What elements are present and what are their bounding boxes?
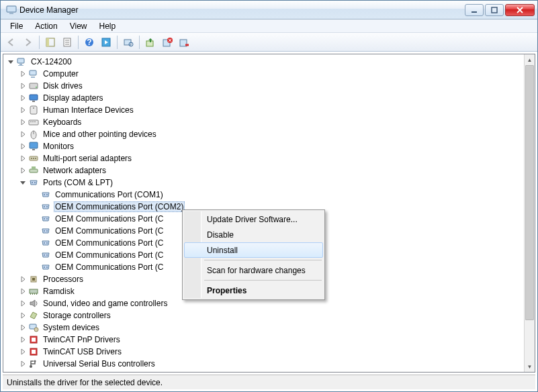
context-separator [204,280,322,281]
tree-item[interactable]: Communications Port (COM1) [5,189,523,201]
expand-icon[interactable] [18,335,28,344]
help-button[interactable]: ? [81,34,97,50]
mouse-icon [28,129,39,140]
scroll-up-icon[interactable]: ▲ [525,54,535,65]
context-disable[interactable]: Disable [184,227,323,242]
display-icon [28,93,39,103]
scroll-down-icon[interactable]: ▼ [525,361,535,372]
svg-point-48 [44,206,45,207]
svg-point-44 [32,182,33,183]
spacer [30,226,40,236]
tree-item[interactable]: Universal Serial Bus controllers [5,358,523,370]
svg-point-74 [34,360,36,362]
tree-item[interactable]: Network adapters [5,164,523,177]
menu-view[interactable]: View [64,20,93,32]
svg-rect-31 [30,121,32,122]
expand-icon[interactable] [18,130,28,139]
collapse-icon[interactable] [18,178,28,187]
collapse-icon[interactable] [6,57,15,66]
svg-rect-21 [18,65,24,66]
tree-item[interactable]: Disk drives [5,80,523,92]
expand-icon[interactable] [18,287,28,296]
menu-help[interactable]: Help [94,20,122,32]
action-button[interactable] [98,34,114,50]
svg-rect-26 [30,95,38,100]
expand-icon[interactable] [18,154,28,163]
context-properties[interactable]: Properties [184,283,323,298]
tree-item[interactable]: CX-124200 [5,56,523,68]
svg-rect-3 [492,7,497,13]
port-icon [40,201,51,212]
tree-item[interactable]: Computer [5,68,523,80]
expand-icon[interactable] [18,323,28,332]
tree-item[interactable]: TwinCAT PnP Drivers [5,334,523,346]
svg-rect-27 [32,101,35,102]
svg-rect-22 [30,70,36,75]
ram-icon [28,286,39,297]
tree-item-label: Human Interface Devices [42,105,135,115]
expand-icon[interactable] [18,117,28,127]
tree-item[interactable]: Multi-port serial adapters [5,152,523,164]
context-scan-for-hardware-changes[interactable]: Scan for hardware changes [184,262,323,278]
expand-icon[interactable] [18,69,28,79]
spacer [30,202,40,211]
forward-button[interactable] [20,34,36,50]
svg-point-47 [46,194,48,195]
tree-item-label: Sound, video and game controllers [42,298,169,309]
tree-item-label: Keyboards [42,117,83,128]
tree-item[interactable]: Ports (COM & LPT) [5,177,523,189]
tree-item[interactable]: System devices [5,322,523,334]
update-driver-button[interactable] [142,34,159,50]
svg-point-46 [44,194,45,195]
svg-rect-66 [36,293,37,295]
expand-icon[interactable] [18,81,28,91]
expand-icon[interactable] [18,311,28,320]
tree-item-label: OEM Communications Port (COM2) [54,201,185,212]
scroll-thumb[interactable] [525,65,534,320]
system-icon [28,322,39,333]
toolbar: ? [1,33,537,52]
svg-rect-0 [7,6,16,12]
expand-icon[interactable] [18,299,28,308]
expand-icon[interactable] [18,105,28,115]
context-uninstall[interactable]: Uninstall [184,242,323,258]
expand-icon[interactable] [18,275,28,284]
tree-item[interactable]: Monitors [5,140,523,152]
scan-hardware-button[interactable] [120,34,136,50]
expand-icon[interactable] [18,347,28,356]
vertical-scrollbar[interactable]: ▲ ▼ [524,54,535,372]
tree-item[interactable]: Keyboards [5,116,523,128]
minimize-button[interactable] [465,4,484,16]
tree-item[interactable]: Human Interface Devices [5,104,523,116]
storage-icon [28,310,39,321]
port-icon [40,226,51,236]
expand-icon[interactable] [18,142,28,151]
svg-rect-30 [29,120,38,125]
disable-button[interactable] [176,34,192,50]
svg-rect-37 [32,149,35,150]
uninstall-button[interactable] [159,34,175,50]
computer-icon [28,68,39,79]
expand-icon[interactable] [18,93,28,103]
menu-file[interactable]: File [5,20,28,32]
menu-action[interactable]: Action [30,20,62,32]
back-button[interactable] [3,34,19,50]
tree-item[interactable]: Display adapters [5,92,523,104]
close-button[interactable] [505,4,535,16]
tree-item-label: Multi-port serial adapters [42,153,133,164]
expand-icon[interactable] [18,166,28,175]
maximize-button[interactable] [485,4,504,16]
tree-item-label: Communications Port (COM1) [54,189,165,200]
tree-item[interactable]: Storage controllers [5,309,523,322]
titlebar[interactable]: Device Manager [1,1,537,19]
window-buttons [465,4,535,16]
tree-item[interactable]: TwinCAT USB Drivers [5,346,523,358]
device-manager-window: Device Manager File Action View Help ? C… [0,0,538,392]
properties-button[interactable] [59,34,75,50]
context-update-driver-software[interactable]: Update Driver Software... [184,211,323,227]
tree-item[interactable]: Mice and other pointing devices [5,128,523,140]
expand-icon[interactable] [18,359,28,369]
twincat-icon [28,346,39,357]
show-hide-console-tree-button[interactable] [42,34,58,50]
svg-point-39 [31,158,32,159]
